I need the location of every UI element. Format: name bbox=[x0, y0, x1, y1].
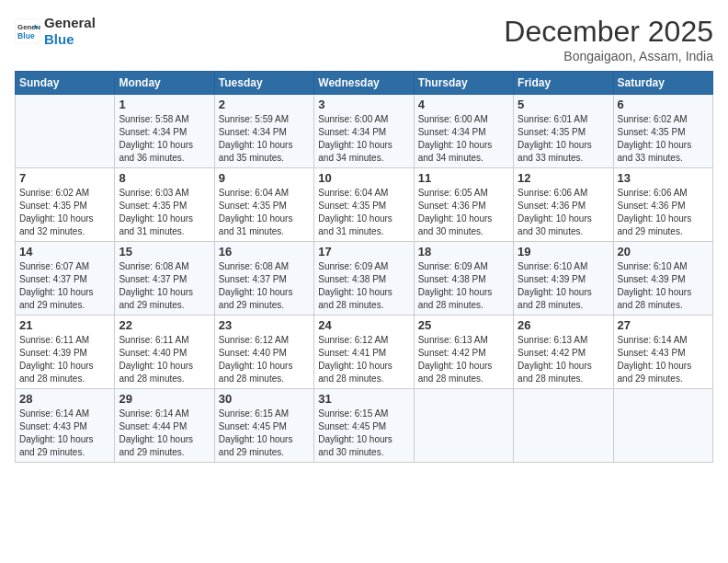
calendar-cell: 24Sunrise: 6:12 AM Sunset: 4:41 PM Dayli… bbox=[314, 316, 414, 389]
calendar-cell: 3Sunrise: 6:00 AM Sunset: 4:34 PM Daylig… bbox=[314, 95, 414, 168]
logo-icon: General Blue bbox=[15, 18, 40, 44]
day-number: 4 bbox=[418, 98, 509, 111]
calendar-cell: 13Sunrise: 6:06 AM Sunset: 4:36 PM Dayli… bbox=[613, 168, 712, 242]
day-info: Sunrise: 6:01 AM Sunset: 4:35 PM Dayligh… bbox=[518, 113, 609, 165]
day-number: 5 bbox=[518, 98, 609, 111]
day-number: 29 bbox=[119, 392, 210, 406]
calendar-cell: 10Sunrise: 6:04 AM Sunset: 4:35 PM Dayli… bbox=[314, 168, 414, 242]
calendar-cell: 11Sunrise: 6:05 AM Sunset: 4:36 PM Dayli… bbox=[414, 168, 513, 242]
week-row-5: 28Sunrise: 6:14 AM Sunset: 4:43 PM Dayli… bbox=[16, 389, 713, 463]
week-row-4: 21Sunrise: 6:11 AM Sunset: 4:39 PM Dayli… bbox=[16, 316, 713, 389]
calendar-cell: 20Sunrise: 6:10 AM Sunset: 4:39 PM Dayli… bbox=[613, 242, 712, 316]
day-number: 30 bbox=[219, 392, 310, 406]
day-number: 1 bbox=[119, 98, 210, 111]
calendar-cell: 1Sunrise: 5:58 AM Sunset: 4:34 PM Daylig… bbox=[115, 95, 214, 168]
day-number: 14 bbox=[19, 245, 110, 259]
page-header: General Blue General Blue December 2025 … bbox=[15, 15, 713, 63]
day-info: Sunrise: 6:10 AM Sunset: 4:39 PM Dayligh… bbox=[618, 260, 709, 312]
day-number: 15 bbox=[119, 245, 210, 259]
calendar-cell: 21Sunrise: 6:11 AM Sunset: 4:39 PM Dayli… bbox=[16, 316, 115, 389]
calendar-cell: 22Sunrise: 6:11 AM Sunset: 4:40 PM Dayli… bbox=[115, 316, 214, 389]
day-number: 27 bbox=[618, 318, 709, 332]
title-block: December 2025 Bongaigaon, Assam, India bbox=[504, 15, 713, 63]
calendar-cell: 31Sunrise: 6:15 AM Sunset: 4:45 PM Dayli… bbox=[314, 389, 414, 463]
col-header-wednesday: Wednesday bbox=[314, 72, 414, 95]
calendar-cell: 18Sunrise: 6:09 AM Sunset: 4:38 PM Dayli… bbox=[414, 242, 513, 316]
day-number: 7 bbox=[19, 171, 110, 185]
calendar-cell: 14Sunrise: 6:07 AM Sunset: 4:37 PM Dayli… bbox=[16, 242, 115, 316]
month-title: December 2025 bbox=[504, 15, 713, 49]
day-info: Sunrise: 6:06 AM Sunset: 4:36 PM Dayligh… bbox=[618, 187, 709, 238]
day-info: Sunrise: 6:00 AM Sunset: 4:34 PM Dayligh… bbox=[318, 113, 409, 165]
day-info: Sunrise: 6:14 AM Sunset: 4:43 PM Dayligh… bbox=[19, 408, 110, 459]
day-number: 6 bbox=[618, 98, 709, 111]
logo: General Blue General Blue bbox=[15, 15, 96, 48]
col-header-sunday: Sunday bbox=[16, 72, 115, 95]
col-header-friday: Friday bbox=[514, 72, 613, 95]
day-number: 12 bbox=[518, 171, 609, 185]
calendar-cell: 29Sunrise: 6:14 AM Sunset: 4:44 PM Dayli… bbox=[115, 389, 214, 463]
calendar-cell: 19Sunrise: 6:10 AM Sunset: 4:39 PM Dayli… bbox=[514, 242, 613, 316]
day-number: 17 bbox=[318, 245, 409, 259]
day-info: Sunrise: 6:08 AM Sunset: 4:37 PM Dayligh… bbox=[219, 260, 310, 312]
calendar-cell: 26Sunrise: 6:13 AM Sunset: 4:42 PM Dayli… bbox=[514, 316, 613, 389]
calendar-cell bbox=[16, 95, 115, 168]
day-info: Sunrise: 6:04 AM Sunset: 4:35 PM Dayligh… bbox=[219, 187, 310, 238]
day-number: 31 bbox=[318, 392, 409, 406]
day-number: 19 bbox=[518, 245, 609, 259]
day-info: Sunrise: 6:10 AM Sunset: 4:39 PM Dayligh… bbox=[518, 260, 609, 312]
calendar-table: SundayMondayTuesdayWednesdayThursdayFrid… bbox=[15, 71, 713, 463]
day-info: Sunrise: 6:12 AM Sunset: 4:41 PM Dayligh… bbox=[318, 334, 409, 385]
day-number: 25 bbox=[418, 318, 509, 332]
logo-blue: Blue bbox=[44, 31, 96, 48]
calendar-cell: 8Sunrise: 6:03 AM Sunset: 4:35 PM Daylig… bbox=[115, 168, 214, 242]
day-info: Sunrise: 6:13 AM Sunset: 4:42 PM Dayligh… bbox=[418, 334, 509, 385]
day-number: 10 bbox=[318, 171, 409, 185]
col-header-monday: Monday bbox=[115, 72, 214, 95]
day-info: Sunrise: 6:02 AM Sunset: 4:35 PM Dayligh… bbox=[19, 187, 110, 238]
calendar-cell: 5Sunrise: 6:01 AM Sunset: 4:35 PM Daylig… bbox=[514, 95, 613, 168]
day-number: 3 bbox=[318, 98, 409, 111]
week-row-3: 14Sunrise: 6:07 AM Sunset: 4:37 PM Dayli… bbox=[16, 242, 713, 316]
day-info: Sunrise: 6:02 AM Sunset: 4:35 PM Dayligh… bbox=[618, 113, 709, 165]
day-info: Sunrise: 6:09 AM Sunset: 4:38 PM Dayligh… bbox=[418, 260, 509, 312]
day-info: Sunrise: 6:12 AM Sunset: 4:40 PM Dayligh… bbox=[219, 334, 310, 385]
calendar-cell: 27Sunrise: 6:14 AM Sunset: 4:43 PM Dayli… bbox=[613, 316, 712, 389]
calendar-cell bbox=[414, 389, 513, 463]
location-subtitle: Bongaigaon, Assam, India bbox=[504, 49, 713, 63]
day-number: 18 bbox=[418, 245, 509, 259]
day-number: 23 bbox=[219, 318, 310, 332]
day-number: 16 bbox=[219, 245, 310, 259]
day-info: Sunrise: 6:04 AM Sunset: 4:35 PM Dayligh… bbox=[318, 187, 409, 238]
day-number: 22 bbox=[119, 318, 210, 332]
calendar-cell bbox=[613, 389, 712, 463]
col-header-tuesday: Tuesday bbox=[214, 72, 313, 95]
day-info: Sunrise: 6:15 AM Sunset: 4:45 PM Dayligh… bbox=[318, 408, 409, 459]
day-info: Sunrise: 6:03 AM Sunset: 4:35 PM Dayligh… bbox=[119, 187, 210, 238]
day-number: 26 bbox=[518, 318, 609, 332]
calendar-cell: 16Sunrise: 6:08 AM Sunset: 4:37 PM Dayli… bbox=[214, 242, 313, 316]
col-header-saturday: Saturday bbox=[613, 72, 712, 95]
day-info: Sunrise: 6:06 AM Sunset: 4:36 PM Dayligh… bbox=[518, 187, 609, 238]
calendar-cell: 7Sunrise: 6:02 AM Sunset: 4:35 PM Daylig… bbox=[16, 168, 115, 242]
day-number: 2 bbox=[219, 98, 310, 111]
day-info: Sunrise: 6:11 AM Sunset: 4:39 PM Dayligh… bbox=[19, 334, 110, 385]
calendar-cell: 30Sunrise: 6:15 AM Sunset: 4:45 PM Dayli… bbox=[214, 389, 313, 463]
day-number: 8 bbox=[119, 171, 210, 185]
calendar-cell: 2Sunrise: 5:59 AM Sunset: 4:34 PM Daylig… bbox=[214, 95, 313, 168]
calendar-cell: 4Sunrise: 6:00 AM Sunset: 4:34 PM Daylig… bbox=[414, 95, 513, 168]
day-number: 28 bbox=[19, 392, 110, 406]
calendar-cell: 15Sunrise: 6:08 AM Sunset: 4:37 PM Dayli… bbox=[115, 242, 214, 316]
calendar-cell: 25Sunrise: 6:13 AM Sunset: 4:42 PM Dayli… bbox=[414, 316, 513, 389]
day-number: 24 bbox=[318, 318, 409, 332]
day-info: Sunrise: 6:14 AM Sunset: 4:44 PM Dayligh… bbox=[119, 408, 210, 459]
calendar-header-row: SundayMondayTuesdayWednesdayThursdayFrid… bbox=[16, 72, 713, 95]
day-info: Sunrise: 5:58 AM Sunset: 4:34 PM Dayligh… bbox=[119, 113, 210, 165]
week-row-2: 7Sunrise: 6:02 AM Sunset: 4:35 PM Daylig… bbox=[16, 168, 713, 242]
day-number: 21 bbox=[19, 318, 110, 332]
day-info: Sunrise: 5:59 AM Sunset: 4:34 PM Dayligh… bbox=[219, 113, 310, 165]
day-info: Sunrise: 6:00 AM Sunset: 4:34 PM Dayligh… bbox=[418, 113, 509, 165]
day-number: 11 bbox=[418, 171, 509, 185]
calendar-cell: 28Sunrise: 6:14 AM Sunset: 4:43 PM Dayli… bbox=[16, 389, 115, 463]
calendar-cell: 9Sunrise: 6:04 AM Sunset: 4:35 PM Daylig… bbox=[214, 168, 313, 242]
